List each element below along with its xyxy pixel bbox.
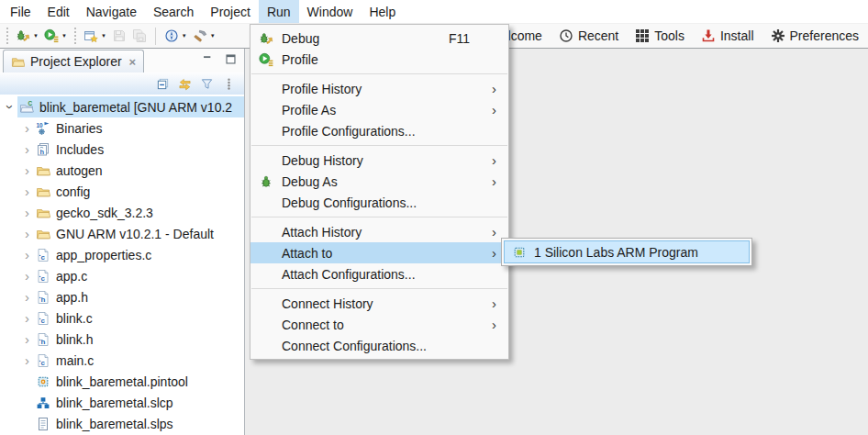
menu-item-connect-configurations[interactable]: Connect Configurations...: [250, 335, 508, 356]
chevron-collapsed-icon[interactable]: ›: [20, 227, 34, 240]
dropdown-arrow-icon[interactable]: ▼: [33, 33, 39, 39]
menubar-item-run[interactable]: Run: [259, 0, 299, 23]
menu-separator: [251, 73, 507, 74]
chevron-collapsed-icon[interactable]: ›: [20, 121, 34, 135]
chevron-collapsed-icon[interactable]: ›: [20, 269, 34, 283]
tree-item-app-properties-c[interactable]: ›capp_properties.c: [0, 244, 244, 265]
chevron-collapsed-icon[interactable]: ›: [20, 248, 34, 262]
build-icon: [193, 28, 207, 43]
project-tree: ›Cblink_baremetal [GNU ARM v10.2›10Binar…: [0, 95, 244, 435]
menu-item-profile-history[interactable]: Profile History›: [250, 78, 508, 99]
chevron-collapsed-icon[interactable]: ›: [20, 184, 34, 198]
debug-button[interactable]: ▼: [13, 26, 41, 46]
menu-item-profile-as[interactable]: Profile As›: [250, 99, 508, 120]
tree-item-main-c[interactable]: ›cmain.c: [0, 350, 244, 371]
chevron-collapsed-icon[interactable]: ›: [20, 311, 34, 325]
chevron-collapsed-icon[interactable]: ›: [20, 206, 34, 219]
tree-item-config[interactable]: ›config: [0, 181, 244, 202]
menubar-item-edit[interactable]: Edit: [39, 0, 78, 23]
submenu-arrow-icon: ›: [492, 296, 508, 310]
tools-button[interactable]: Tools: [635, 28, 684, 43]
preferences-button[interactable]: Preferences: [771, 28, 859, 43]
chevron-collapsed-icon[interactable]: ›: [20, 332, 34, 346]
build-button[interactable]: ▼: [190, 26, 218, 46]
recent-label: Recent: [578, 28, 618, 43]
tree-item-binaries[interactable]: ›10Binaries: [0, 117, 244, 139]
submenu-arrow-icon: ›: [492, 82, 508, 95]
profile-button[interactable]: ▼: [41, 26, 70, 46]
menu-item-debug-configurations[interactable]: Debug Configurations...: [250, 192, 508, 213]
menu-item-debug-as[interactable]: Debug As›: [250, 171, 508, 192]
tree-item-blink-baremetal-gnu-arm-v10-2[interactable]: ›Cblink_baremetal [GNU ARM v10.2: [0, 96, 244, 117]
close-icon[interactable]: ×: [129, 55, 137, 69]
menu-item-label: Profile History: [282, 82, 492, 96]
chevron-collapsed-icon[interactable]: ›: [20, 163, 34, 177]
tree-item-body: capp_properties.c: [34, 244, 244, 265]
tree-item-blink-baremetal-slcp[interactable]: ›blink_baremetal.slcp: [0, 392, 244, 413]
menu-item-attach-history[interactable]: Attach History›: [250, 221, 508, 242]
discover-button[interactable]: ▼: [161, 26, 190, 46]
tree-item-label: app.c: [56, 269, 87, 284]
submenu-item-1-silicon-labs-arm-program[interactable]: 1 Silicon Labs ARM Program: [504, 240, 750, 263]
menu-item-profile-configurations[interactable]: Profile Configurations...: [250, 120, 508, 141]
tree-item-includes[interactable]: ›hIncludes: [0, 139, 244, 160]
tree-item-gecko-sdk-3-2-3[interactable]: ›gecko_sdk_3.2.3: [0, 202, 244, 223]
menubar-item-file[interactable]: File: [2, 0, 39, 23]
menubar-item-search[interactable]: Search: [145, 0, 202, 23]
tree-item-label: gecko_sdk_3.2.3: [56, 206, 153, 220]
menu-item-connect-to[interactable]: Connect to›: [250, 314, 508, 335]
dropdown-arrow-icon[interactable]: ▼: [210, 33, 216, 39]
tree-item-gnu-arm-v10-2-1-default[interactable]: ›GNU ARM v10.2.1 - Default: [0, 223, 244, 244]
install-icon: [701, 28, 716, 43]
menu-item-label: Attach to: [282, 246, 492, 261]
grid-icon: [635, 28, 650, 43]
submenu-arrow-icon: ›: [492, 174, 508, 188]
application-window: FileEditNavigateSearchProjectRunWindowHe…: [0, 0, 868, 435]
tree-item-blink-baremetal-slps[interactable]: ›blink_baremetal.slps: [0, 413, 244, 434]
dropdown-arrow-icon[interactable]: ▼: [101, 33, 106, 39]
tree-item-blink-h[interactable]: ›hblink.h: [0, 329, 244, 350]
tree-item-app-c[interactable]: ›capp.c: [0, 265, 244, 286]
tab-project-explorer[interactable]: Project Explorer ×: [3, 50, 144, 72]
menu-item-attach-configurations[interactable]: Attach Configurations...: [250, 263, 508, 284]
chevron-collapsed-icon[interactable]: ›: [20, 353, 34, 367]
view-menu-icon[interactable]: [222, 77, 236, 91]
dropdown-arrow-icon[interactable]: ▼: [61, 33, 67, 39]
tree-item-label: autogen: [56, 163, 103, 178]
recent-button[interactable]: Recent: [559, 28, 618, 43]
filter-icon[interactable]: [200, 77, 214, 91]
gear-icon: [771, 28, 785, 43]
chevron-expanded-icon[interactable]: ›: [4, 100, 17, 114]
menu-item-debug[interactable]: DebugF11: [250, 28, 508, 49]
menubar-item-help[interactable]: Help: [361, 0, 404, 23]
c-file-icon: c: [36, 311, 50, 326]
menu-separator: [251, 288, 507, 289]
collapse-all-icon[interactable]: [156, 77, 170, 91]
tools-label: Tools: [654, 28, 684, 43]
menu-item-attach-to[interactable]: Attach to›: [250, 242, 508, 263]
c-file-icon: c: [36, 269, 50, 284]
tree-item-app-h[interactable]: ›happ.h: [0, 286, 244, 307]
menubar-item-navigate[interactable]: Navigate: [78, 0, 145, 23]
dropdown-arrow-icon[interactable]: ▼: [182, 33, 187, 39]
new-window-button[interactable]: ▼: [81, 26, 109, 46]
maximize-icon[interactable]: [225, 53, 237, 65]
debug-icon: [16, 28, 30, 43]
menu-item-profile[interactable]: Profile: [250, 49, 508, 70]
tree-item-blink-baremetal-pintool[interactable]: ›blink_baremetal.pintool: [0, 371, 244, 392]
menubar-item-project[interactable]: Project: [202, 0, 259, 23]
install-button[interactable]: Install: [701, 28, 754, 43]
chevron-collapsed-icon[interactable]: ›: [20, 142, 34, 156]
menubar-item-window[interactable]: Window: [299, 0, 362, 23]
chevron-collapsed-icon[interactable]: ›: [20, 290, 34, 304]
tree-item-blink-c[interactable]: ›cblink.c: [0, 307, 244, 329]
menu-item-label: Debug Configurations...: [282, 195, 492, 210]
slcp-icon: [36, 396, 50, 410]
minimize-icon[interactable]: [202, 53, 214, 65]
link-editor-icon[interactable]: [178, 77, 192, 91]
folder-icon: [36, 206, 50, 220]
tree-item-autogen[interactable]: ›autogen: [0, 160, 244, 181]
tree-item-body: hIncludes: [34, 139, 244, 160]
menu-item-connect-history[interactable]: Connect History›: [250, 293, 508, 314]
menu-item-debug-history[interactable]: Debug History›: [250, 150, 508, 171]
